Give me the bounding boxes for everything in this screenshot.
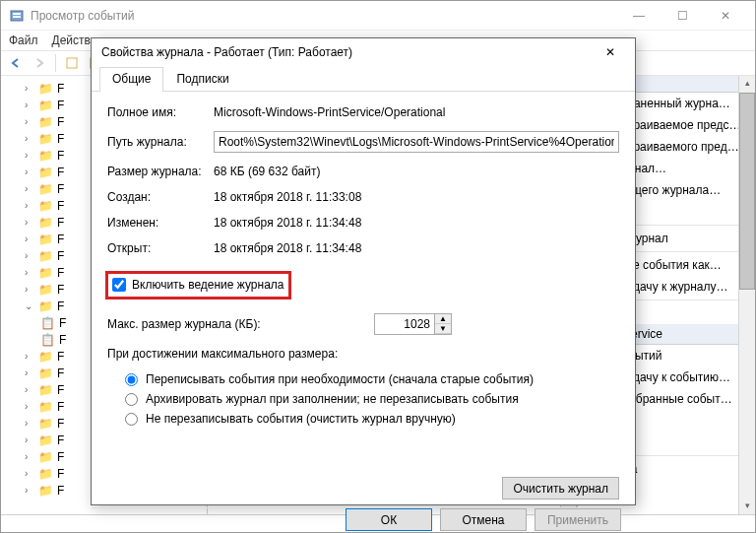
- enable-logging-checkbox[interactable]: [112, 278, 126, 292]
- max-size-label: Макс. размер журнала (КБ):: [107, 317, 261, 331]
- toolbar-btn-1[interactable]: [61, 52, 83, 74]
- full-name-value: Microsoft-Windows-PrintService/Operation…: [214, 105, 619, 119]
- maximize-button[interactable]: ☐: [661, 2, 704, 30]
- ok-button[interactable]: ОК: [346, 508, 432, 531]
- max-size-spinner[interactable]: ▲▼: [374, 313, 452, 335]
- dialog-title: Свойства журнала - Работает (Тип: Работа…: [101, 45, 596, 59]
- spin-up-icon[interactable]: ▲: [435, 314, 451, 324]
- clear-journal-button[interactable]: Очистить журнал: [502, 477, 619, 500]
- modified-value: 18 октября 2018 г. 11:34:48: [214, 216, 619, 230]
- max-size-input[interactable]: [375, 314, 434, 334]
- spin-down-icon[interactable]: ▼: [435, 324, 451, 334]
- window-buttons: — ☐ ✕: [617, 2, 747, 30]
- enable-logging-highlight: Включить ведение журнала: [105, 271, 291, 300]
- opened-value: 18 октября 2018 г. 11:34:48: [214, 241, 619, 255]
- tab-subscriptions[interactable]: Подписки: [163, 67, 241, 92]
- created-value: 18 октября 2018 г. 11:33:08: [214, 190, 619, 204]
- minimize-button[interactable]: —: [617, 2, 661, 30]
- radio-archive[interactable]: Архивировать журнал при заполнении; не п…: [125, 392, 619, 406]
- path-label: Путь журнала:: [107, 135, 204, 149]
- dialog-footer: ОК Отмена Применить: [92, 507, 635, 531]
- apply-button[interactable]: Применить: [535, 508, 621, 531]
- svg-rect-3: [67, 58, 77, 68]
- properties-dialog: Свойства журнала - Работает (Тип: Работа…: [91, 37, 636, 505]
- separator: [55, 54, 56, 72]
- dialog-title-bar: Свойства журнала - Работает (Тип: Работа…: [92, 38, 635, 66]
- size-value: 68 КБ (69 632 байт): [214, 165, 619, 178]
- app-title: Просмотр событий: [31, 9, 617, 23]
- app-icon: [9, 8, 25, 24]
- created-label: Создан:: [107, 190, 204, 204]
- modified-label: Изменен:: [107, 216, 204, 230]
- forward-button[interactable]: [29, 52, 50, 74]
- path-input[interactable]: [214, 131, 619, 153]
- full-name-label: Полное имя:: [107, 105, 204, 119]
- opened-label: Открыт:: [107, 241, 204, 255]
- max-reached-label: При достижении максимального размера:: [107, 347, 619, 361]
- svg-rect-2: [13, 16, 21, 18]
- actions-scrollbar[interactable]: ▴ ▾: [738, 76, 755, 514]
- enable-logging-label: Включить ведение журнала: [132, 278, 284, 292]
- tab-general[interactable]: Общие: [99, 67, 163, 92]
- radio-no-overwrite[interactable]: Не перезаписывать события (очистить журн…: [125, 412, 619, 426]
- dialog-tabs: Общие Подписки: [92, 66, 635, 92]
- dialog-close-button[interactable]: ✕: [596, 38, 625, 66]
- radio-overwrite[interactable]: Переписывать события при необходимости (…: [125, 372, 619, 386]
- size-label: Размер журнала:: [107, 165, 204, 178]
- menu-file[interactable]: Файл: [9, 33, 38, 47]
- cancel-button[interactable]: Отмена: [440, 508, 527, 531]
- close-button[interactable]: ✕: [704, 2, 747, 30]
- svg-rect-1: [13, 13, 21, 15]
- back-button[interactable]: [5, 52, 27, 74]
- title-bar: Просмотр событий — ☐ ✕: [1, 1, 755, 31]
- dialog-body: Полное имя:Microsoft-Windows-PrintServic…: [92, 92, 635, 507]
